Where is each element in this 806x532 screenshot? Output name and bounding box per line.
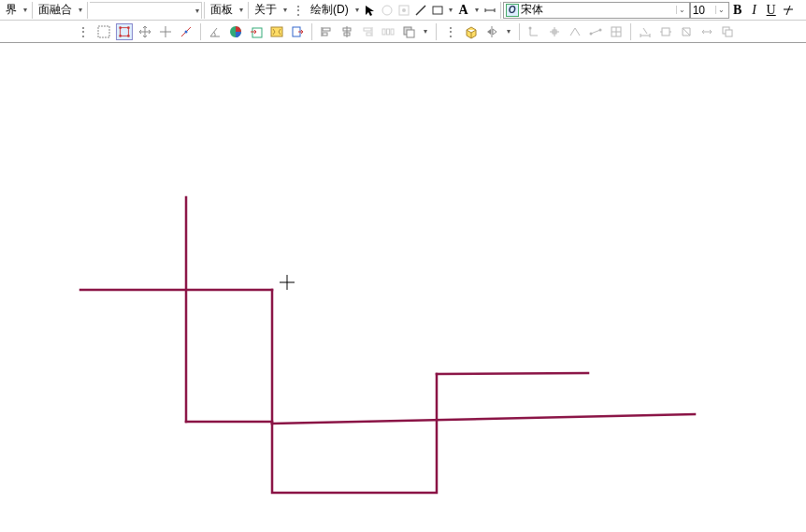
separator [519,23,520,40]
svg-point-32 [599,28,602,31]
svg-point-0 [382,6,392,15]
svg-rect-18 [323,28,330,31]
chevron-down-icon[interactable]: ▾ [21,6,30,14]
chevron-down-icon: ⌄ [676,6,687,14]
drawing-canvas[interactable] [0,43,806,532]
layers-icon[interactable] [719,23,736,40]
align-center-icon[interactable] [338,23,355,40]
align-right-icon[interactable] [359,23,376,40]
snap-grid-icon[interactable] [608,23,625,40]
chevron-down-icon[interactable]: ▾ [446,6,455,14]
svg-rect-16 [271,27,282,36]
chevron-down-icon[interactable]: ▾ [421,27,430,36]
send-back-icon[interactable] [400,23,417,40]
bold-button[interactable]: B [729,2,746,19]
separator [311,23,312,40]
flip-h-icon[interactable] [483,23,500,40]
svg-rect-22 [364,28,371,31]
grip-icon: ⋮ [442,23,459,40]
separator [32,2,33,19]
svg-rect-19 [323,33,327,36]
chevron-down-icon[interactable]: ▾ [237,6,246,14]
text-align-icon[interactable] [780,2,797,19]
chevron-down-icon[interactable]: ▾ [472,6,482,14]
align-left-icon[interactable] [318,23,335,40]
chevron-down-icon[interactable]: ▾ [281,6,290,14]
svg-point-2 [402,8,406,12]
snap-2-icon[interactable] [546,23,563,40]
pivot-icon[interactable] [178,23,194,40]
snap-4-icon[interactable] [587,23,604,40]
dim-4-icon[interactable] [698,23,715,40]
pointer-icon[interactable] [362,2,379,19]
menu-toolbar: 界 ▾ 面融合 ▾ ▾ 面板 ▾ 关于 ▾ ⋮ 绘制(D) ▾ ▾ A ▾ O … [0,0,806,21]
layer-in-icon[interactable] [248,23,265,40]
circle-icon[interactable] [379,2,396,19]
tool-toolbar: ⋮ ▾ ⋮ ▾ [0,21,806,43]
menu-boundary[interactable]: 界 [2,1,21,20]
toolbar-grip-icon: ⋮ [290,2,307,19]
svg-rect-34 [662,28,669,36]
dimension-icon[interactable] [482,2,498,19]
angle-icon[interactable] [207,23,223,40]
svg-point-11 [127,35,130,37]
svg-point-29 [529,26,532,29]
menu-panel[interactable]: 面板 [207,1,237,20]
pie-icon[interactable] [227,23,244,40]
text-icon[interactable]: A [455,2,472,19]
svg-rect-4 [433,7,442,14]
svg-rect-7 [121,27,129,36]
select-rect-icon[interactable] [95,23,112,40]
box-icon[interactable] [463,23,480,40]
separator [630,23,631,40]
separator [436,23,437,40]
italic-button[interactable]: I [746,2,763,19]
svg-rect-26 [391,29,394,35]
canvas-svg [0,43,806,532]
svg-rect-24 [382,29,385,35]
underline-button[interactable]: U [763,2,780,19]
svg-point-8 [119,26,122,29]
svg-rect-15 [252,28,262,37]
chevron-down-icon[interactable]: ▾ [76,6,85,14]
svg-rect-36 [726,30,732,36]
svg-point-9 [127,26,130,29]
separator [248,2,249,19]
distribute-h-icon[interactable] [380,23,396,40]
polyline-drawing [80,197,695,493]
font-size-combo[interactable]: 10 ⌄ [690,2,729,19]
svg-rect-23 [367,33,371,36]
font-size-value: 10 [693,4,713,17]
menu-draw[interactable]: 绘制(D) [307,1,353,20]
svg-rect-6 [98,26,109,37]
chevron-down-icon[interactable]: ▾ [353,6,362,14]
svg-line-3 [416,6,425,15]
target-icon[interactable] [396,2,412,19]
crosshair-icon[interactable] [157,23,174,40]
menu-about[interactable]: 关于 [251,1,281,20]
font-name-combo[interactable]: O 宋体 ⌄ [503,2,690,19]
svg-point-10 [119,35,122,37]
empty-dropdown-1[interactable]: ▾ [90,2,202,19]
svg-point-31 [590,32,593,35]
world-icon[interactable] [268,23,285,40]
exit-icon[interactable] [289,23,306,40]
svg-point-13 [185,30,188,33]
svg-rect-28 [407,30,414,37]
dim-3-icon[interactable] [678,23,695,40]
select-poly-icon[interactable] [116,23,133,40]
move-icon[interactable] [137,23,153,40]
crosshair-cursor-icon [280,275,295,290]
separator [204,2,205,19]
snap-3-icon[interactable] [567,23,583,40]
svg-rect-25 [387,29,390,35]
separator [200,23,201,40]
menu-face-merge[interactable]: 面融合 [35,1,76,20]
dim-1-icon[interactable] [637,23,654,40]
line-icon[interactable] [412,2,429,19]
dim-2-icon[interactable] [657,23,674,40]
rectangle-icon[interactable] [429,2,446,19]
snap-1-icon[interactable] [525,23,542,40]
separator [500,2,501,19]
chevron-down-icon[interactable]: ▾ [504,27,513,36]
